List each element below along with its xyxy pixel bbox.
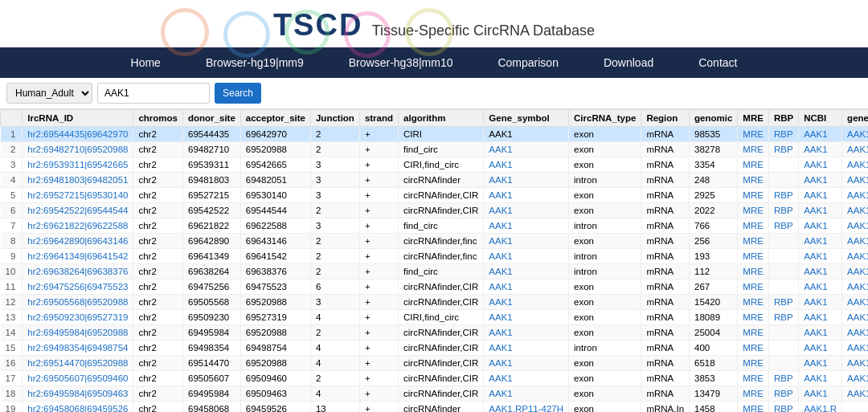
gene-symbol[interactable]: AAK1 xyxy=(484,188,569,203)
table-cell xyxy=(768,264,798,279)
table-cell: chr2 xyxy=(133,310,183,325)
row-number: 16 xyxy=(1,356,23,371)
gene-symbol[interactable]: AAK1 xyxy=(484,218,569,234)
gene-symbol[interactable]: AAK1 xyxy=(484,356,569,371)
gene-symbol[interactable]: AAK1 xyxy=(484,234,569,249)
table-cell: CIRI xyxy=(399,127,484,142)
row-number: 18 xyxy=(1,386,23,402)
circrna-id[interactable]: hr2:69542522|69544544 xyxy=(23,203,133,218)
circrna-id[interactable]: hr2:69481803|69482051 xyxy=(23,173,133,188)
table-cell: 766 xyxy=(690,218,738,234)
circrna-id[interactable]: hr2:69498354|69498754 xyxy=(23,341,133,356)
table-cell: mRNA xyxy=(641,279,690,295)
table-cell: 18089 xyxy=(690,310,738,325)
table-cell: 13 xyxy=(310,402,359,413)
gene-symbol[interactable]: AAK1 xyxy=(484,264,569,279)
circrna-id[interactable]: hr2:69505568|69520988 xyxy=(23,295,133,310)
circrna-id[interactable]: hr2:69509230|69527319 xyxy=(23,310,133,325)
table-cell: + xyxy=(359,249,398,264)
table-cell: mRNA xyxy=(641,310,690,325)
circrna-id[interactable]: hr2:69505607|69509460 xyxy=(23,371,133,386)
col-num xyxy=(1,110,23,127)
table-cell: 112 xyxy=(690,264,738,279)
circrna-id[interactable]: hr2:69544435|69642970 xyxy=(23,127,133,142)
table-cell: 6518 xyxy=(690,356,738,371)
circrna-id[interactable]: hr2:69539311|69542665 xyxy=(23,157,133,173)
table-cell: 69514470 xyxy=(183,356,241,371)
circrna-id[interactable]: hr2:69638264|69638376 xyxy=(23,264,133,279)
nav-contact[interactable]: Contact xyxy=(676,47,760,78)
table-row: 10hr2:69638264|69638376chr26963826469638… xyxy=(1,264,869,279)
gene-symbol[interactable]: AAK1 xyxy=(484,386,569,402)
gene-symbol[interactable]: AAK1 xyxy=(484,173,569,188)
circrna-id[interactable]: hr2:69642890|69643146 xyxy=(23,234,133,249)
table-cell: + xyxy=(359,371,398,386)
table-cell: chr2 xyxy=(133,264,183,279)
table-cell: 69520988 xyxy=(240,356,310,371)
table-cell: chr2 xyxy=(133,234,183,249)
table-cell: chr2 xyxy=(133,203,183,218)
circrna-id[interactable]: hr2:69482710|69520988 xyxy=(23,142,133,157)
table-cell: + xyxy=(359,157,398,173)
table-cell: 69527215 xyxy=(183,188,241,203)
gene-symbol[interactable]: AAK1 xyxy=(484,249,569,264)
table-cell: 2022 xyxy=(690,203,738,218)
table-cell: mRNA xyxy=(641,356,690,371)
row-number: 12 xyxy=(1,295,23,310)
table-cell: 69542665 xyxy=(240,157,310,173)
table-cell: intron xyxy=(569,341,641,356)
table-cell: 69458068 xyxy=(183,402,241,413)
row-number: 15 xyxy=(1,341,23,356)
table-cell: circRNAfinder,CIR xyxy=(399,325,484,341)
search-button[interactable]: Search xyxy=(215,83,261,104)
gene-symbol[interactable]: AAK1 xyxy=(484,279,569,295)
species-select[interactable]: Human_Adult Human_Fetal Mouse_Adult xyxy=(6,83,92,104)
row-number: 9 xyxy=(1,249,23,264)
col-lrcrna-id: lrcRNA_ID xyxy=(23,110,133,127)
gene-symbol[interactable]: AAK1 xyxy=(484,341,569,356)
circrna-id[interactable]: hr2:69514470|69520988 xyxy=(23,356,133,371)
circrna-id[interactable]: hr2:69641349|69641542 xyxy=(23,249,133,264)
nav-comparison[interactable]: Comparison xyxy=(475,47,580,78)
table-cell: exon xyxy=(569,295,641,310)
circrna-id[interactable]: hr2:69495984|69509463 xyxy=(23,386,133,402)
col-ncbi: NCBI xyxy=(799,110,842,127)
table-cell: 69530140 xyxy=(240,188,310,203)
nav-download[interactable]: Download xyxy=(581,47,676,78)
col-rbp: RBP xyxy=(768,110,798,127)
table-cell: 3354 xyxy=(690,157,738,173)
search-input[interactable] xyxy=(97,83,210,104)
circrna-id[interactable]: hr2:69495984|69520988 xyxy=(23,325,133,341)
circrna-id[interactable]: hr2:69621822|69622588 xyxy=(23,218,133,234)
table-cell: circRNAfinder,finc xyxy=(399,234,484,249)
table-cell: 69509460 xyxy=(240,371,310,386)
table-cell: mRNA xyxy=(641,386,690,402)
table-cell: chr2 xyxy=(133,279,183,295)
table-cell: 6 xyxy=(310,279,359,295)
circrna-id[interactable]: hr2:69475256|69475523 xyxy=(23,279,133,295)
table-cell: circRNAfinder,CIR xyxy=(399,371,484,386)
table-row: 7hr2:69621822|69622588chr269621822696225… xyxy=(1,218,869,234)
circrna-id[interactable]: hr2:69458068|69459526 xyxy=(23,402,133,413)
gene-symbol[interactable]: AAK1 xyxy=(484,310,569,325)
table-cell: exon xyxy=(569,279,641,295)
table-row: 11hr2:69475256|69475523chr26947525669475… xyxy=(1,279,869,295)
table-cell: 69509463 xyxy=(240,386,310,402)
table-cell: circRNAfinder,CIR xyxy=(399,295,484,310)
gene-symbol[interactable]: AAK1 xyxy=(484,142,569,157)
circrna-id[interactable]: hr2:69527215|69530140 xyxy=(23,188,133,203)
table-row: 3hr2:69539311|69542665chr269539311695426… xyxy=(1,157,869,173)
gene-symbol[interactable]: AAK1 xyxy=(484,157,569,173)
gene-symbol[interactable]: AAK1 xyxy=(484,325,569,341)
table-cell: + xyxy=(359,218,398,234)
table-cell: 69509230 xyxy=(183,310,241,325)
gene-symbol[interactable]: AAK1 xyxy=(484,371,569,386)
table-cell: mRNA xyxy=(641,295,690,310)
table-cell: CIRI,find_circ xyxy=(399,310,484,325)
gene-symbol[interactable]: AAK1,RP11-427H xyxy=(484,402,569,413)
gene-symbol[interactable]: AAK1 xyxy=(484,295,569,310)
table-cell xyxy=(768,234,798,249)
table-cell: + xyxy=(359,264,398,279)
table-cell: find_circ xyxy=(399,264,484,279)
gene-symbol[interactable]: AAK1 xyxy=(484,203,569,218)
